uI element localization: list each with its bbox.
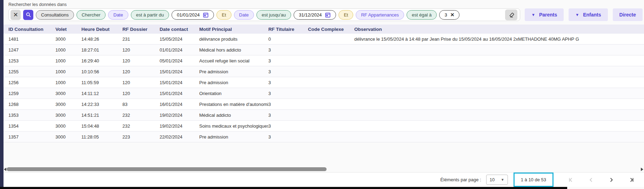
table-cell: 120 [122, 58, 160, 63]
filter-chip-rf-appartenances[interactable]: RF Appartenances [356, 10, 404, 20]
table-cell: Pre admission [199, 69, 268, 74]
filter-chip-3[interactable]: 3✕ [439, 10, 459, 20]
table-cell: 231 [122, 36, 160, 42]
chip-label: Et [222, 12, 226, 18]
first-page-icon [568, 177, 574, 183]
relation-actions: ▼ Parents ▼ Enfants Directe [525, 8, 643, 21]
filter-chip-est-a-partir-du[interactable]: est à partir du [131, 10, 169, 20]
table-row[interactable]: 1268300014:22:338316/01/2024Prestations … [4, 99, 644, 110]
page-size-select[interactable]: 10 ▼ [486, 175, 508, 185]
table-cell: 3000 [55, 123, 81, 129]
table-row[interactable]: 1357300011:28:0522322/02/2024Pre admissi… [4, 131, 644, 142]
chip-label: 31/12/2024 [299, 12, 322, 18]
table-row[interactable]: 1481300014:48:2623115/05/2024délivrance … [4, 34, 644, 45]
search-scope-label: Rechercher les données dans [8, 2, 67, 7]
column-header-rf-dossier[interactable]: RF Dossier [122, 27, 160, 32]
chevron-down-icon: ▼ [575, 13, 579, 17]
filter-chip-chercher[interactable]: Chercher [76, 10, 106, 20]
table-cell: 1253 [8, 58, 55, 63]
table-cell: 3000 [55, 134, 81, 140]
table-cell: 3 [268, 58, 308, 63]
table-cell: 11:28:05 [81, 134, 122, 140]
column-header-observation[interactable]: Observation [354, 27, 644, 32]
scroll-right-arrow[interactable] [641, 168, 643, 171]
chip-label: Consultations [41, 12, 69, 18]
table-cell: 1000 [55, 69, 81, 74]
next-page-button[interactable] [608, 177, 615, 183]
table-cell: 1000 [55, 47, 81, 53]
table-row[interactable]: 1247100018:27:0112001/01/2024Médical hor… [4, 45, 644, 55]
search-button[interactable] [23, 10, 33, 20]
chevron-down-icon: ▼ [501, 178, 504, 182]
pagination-range-label: 1 à 10 de 53 [521, 177, 546, 182]
table-cell: 14:48:26 [81, 36, 122, 42]
column-header-volet[interactable]: Volet [55, 27, 81, 32]
filter-row: ✕ ConsultationsChercherDateest à partir … [8, 8, 643, 21]
table-cell: 120 [122, 91, 160, 96]
table-cell: 05/01/2024 [160, 58, 199, 63]
table-row[interactable]: 1353300014:51:2123219/02/2024Médical add… [4, 110, 644, 121]
table-cell: Médical hors addicto [199, 47, 268, 53]
table-cell: 3 [268, 80, 308, 85]
table-cell: 223 [122, 134, 160, 140]
table-cell: 120 [122, 69, 160, 74]
filter-chip-consultations[interactable]: Consultations [36, 10, 74, 20]
column-header-motif-principal[interactable]: Motif Principal [199, 27, 268, 32]
column-header-code-complexe[interactable]: Code Complexe [308, 27, 354, 32]
filter-chip-date[interactable]: Date [108, 10, 128, 20]
column-header-date-contact[interactable]: Date contact [160, 27, 199, 32]
filter-chip-et[interactable]: Et [216, 10, 231, 20]
table-cell: 1357 [8, 134, 55, 140]
directe-button[interactable]: Directe [613, 8, 643, 21]
table-cell: 3 [268, 91, 308, 96]
filter-bar: ✕ ConsultationsChercherDateest à partir … [8, 8, 520, 21]
table-cell: 16:29:40 [81, 58, 122, 63]
chevron-down-icon: ▼ [531, 13, 535, 17]
table-row[interactable]: 1259300014:11:1212015/01/2024Orientation… [4, 88, 644, 99]
parents-button[interactable]: ▼ Parents [525, 8, 564, 21]
table-row[interactable]: 1253100016:29:4012005/01/2024Accueil ref… [4, 55, 644, 66]
first-page-button[interactable] [568, 177, 574, 183]
table-cell: 14:51:21 [81, 113, 122, 118]
table-cell: 15/01/2024 [160, 91, 199, 96]
calendar-icon[interactable] [203, 12, 209, 18]
table-cell: 120 [122, 47, 160, 53]
table-row[interactable]: 1256100011:05:5912015/01/2024Pre admissi… [4, 77, 644, 88]
filter-chip-est-egal-a[interactable]: est égal à [407, 10, 437, 20]
enfants-button[interactable]: ▼ Enfants [569, 8, 608, 21]
column-header-id-consultation[interactable]: ID Consultation [8, 27, 55, 32]
table-cell: 3 [268, 69, 308, 74]
table-cell: 120 [122, 80, 160, 85]
chevron-right-icon [608, 177, 615, 183]
items-per-page-label: Éléments par page : [440, 177, 481, 182]
filter-chips: ConsultationsChercherDateest à partir du… [36, 10, 459, 20]
filter-chip-date[interactable]: Date [234, 10, 254, 20]
horizontal-scrollbar[interactable] [4, 167, 644, 172]
left-nav-strip [0, 0, 4, 189]
clear-filters-button[interactable]: ✕ [11, 10, 21, 20]
filter-chip-est-jusqu-au[interactable]: est jusqu'au [256, 10, 291, 20]
filter-chip-01-01-2024[interactable]: 01/01/2024 [172, 10, 214, 20]
scroll-left-arrow[interactable] [4, 168, 6, 171]
table-cell: 1268 [8, 102, 55, 107]
chip-label: RF Appartenances [361, 12, 399, 18]
close-icon[interactable]: ✕ [450, 12, 455, 18]
table-row[interactable]: 1354300015:04:4823219/02/2024Soins medic… [4, 121, 644, 131]
previous-page-button[interactable] [588, 177, 594, 183]
eraser-icon [508, 12, 515, 18]
table-cell: Orientation [199, 91, 268, 96]
table-cell: Pre admission [199, 134, 268, 140]
table-cell: Soins medicaux et psychologiques [199, 123, 268, 129]
calendar-icon[interactable] [325, 12, 331, 18]
table-row[interactable]: 1255100010:10:5612015/01/2024Pre admissi… [4, 66, 644, 77]
table-cell: Accueil refuge lien social [199, 58, 268, 63]
table-cell: 14:22:33 [81, 102, 122, 107]
table-cell: 232 [122, 113, 160, 118]
column-header-heure-debut[interactable]: Heure Debut [81, 27, 122, 32]
last-page-button[interactable] [629, 177, 635, 183]
filter-chip-et[interactable]: Et [338, 10, 353, 20]
column-header-rf-titulaire[interactable]: RF Titulaire [268, 27, 308, 32]
scrollbar-thumb[interactable] [7, 167, 327, 171]
filter-chip-31-12-2024[interactable]: 31/12/2024 [294, 10, 336, 20]
erase-filter-button[interactable] [505, 9, 517, 20]
